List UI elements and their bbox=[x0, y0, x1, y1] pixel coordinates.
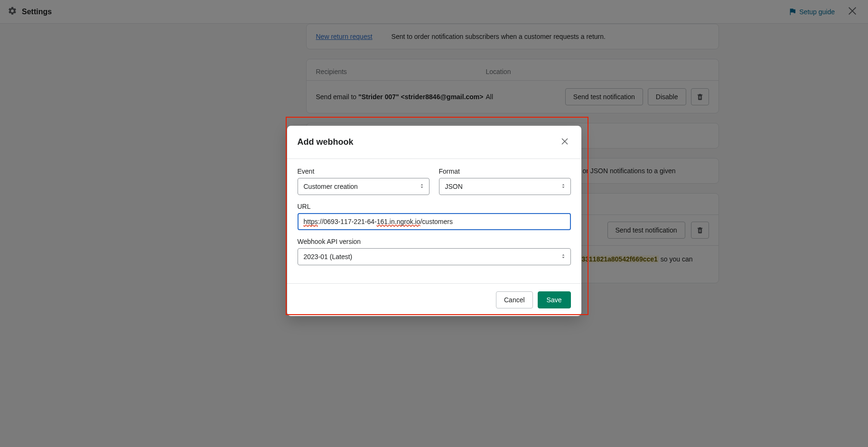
save-button[interactable]: Save bbox=[538, 291, 571, 308]
url-input[interactable]: https://0693-117-221-64-161.in.ngrok.io/… bbox=[298, 213, 571, 230]
url-wavy-host: 161.in.ngrok.io bbox=[377, 218, 420, 225]
modal-overlay: Add webhook Event Customer creation Fo bbox=[0, 0, 868, 447]
add-webhook-modal: Add webhook Event Customer creation Fo bbox=[287, 126, 581, 316]
url-wavy-https: https bbox=[304, 218, 318, 225]
format-label: Format bbox=[439, 168, 571, 175]
api-version-select[interactable]: 2023-01 (Latest) bbox=[298, 248, 571, 265]
url-label: URL bbox=[298, 203, 571, 210]
api-version-label: Webhook API version bbox=[298, 238, 571, 245]
modal-close-button[interactable] bbox=[559, 135, 571, 149]
url-tail: /customers bbox=[420, 218, 452, 225]
event-label: Event bbox=[298, 168, 429, 175]
format-select[interactable]: JSON bbox=[439, 178, 571, 195]
modal-title: Add webhook bbox=[298, 137, 354, 147]
event-select[interactable]: Customer creation bbox=[298, 178, 429, 195]
close-icon bbox=[560, 137, 569, 146]
url-mid: ://0693-117-221-64- bbox=[318, 218, 377, 225]
cancel-button[interactable]: Cancel bbox=[496, 291, 533, 308]
